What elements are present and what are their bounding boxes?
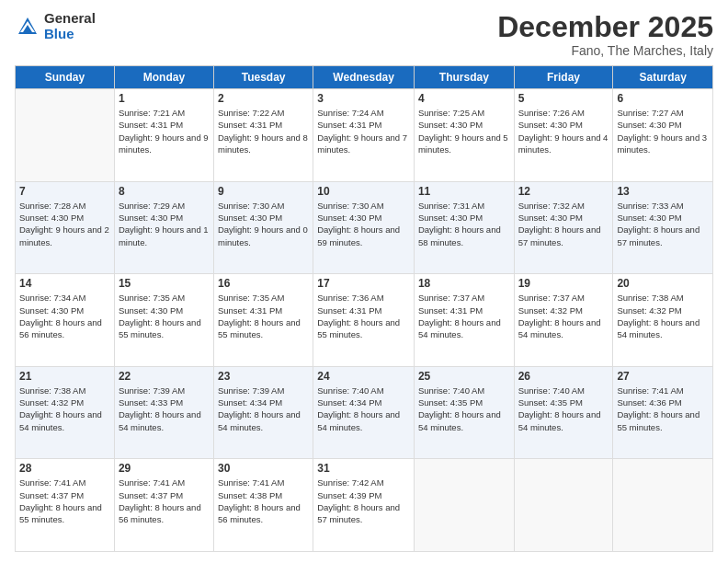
cell-sun-info: Sunrise: 7:35 AM Sunset: 4:30 PM Dayligh… bbox=[119, 292, 210, 340]
calendar-header-row: Sunday Monday Tuesday Wednesday Thursday… bbox=[16, 66, 713, 89]
cell-sun-info: Sunrise: 7:32 AM Sunset: 4:30 PM Dayligh… bbox=[518, 200, 609, 248]
cell-sun-info: Sunrise: 7:41 AM Sunset: 4:36 PM Dayligh… bbox=[617, 385, 709, 433]
table-row: 4Sunrise: 7:25 AM Sunset: 4:30 PM Daylig… bbox=[414, 89, 514, 182]
calendar-week-row: 7Sunrise: 7:28 AM Sunset: 4:30 PM Daylig… bbox=[16, 181, 713, 274]
col-tuesday: Tuesday bbox=[213, 66, 313, 89]
day-number: 18 bbox=[418, 277, 510, 290]
day-number: 5 bbox=[518, 92, 609, 105]
table-row bbox=[16, 89, 115, 182]
cell-sun-info: Sunrise: 7:33 AM Sunset: 4:30 PM Dayligh… bbox=[617, 200, 709, 248]
cell-sun-info: Sunrise: 7:40 AM Sunset: 4:35 PM Dayligh… bbox=[418, 385, 510, 433]
table-row: 30Sunrise: 7:41 AM Sunset: 4:38 PM Dayli… bbox=[213, 459, 313, 552]
calendar-week-row: 14Sunrise: 7:34 AM Sunset: 4:30 PM Dayli… bbox=[16, 274, 713, 367]
cell-sun-info: Sunrise: 7:37 AM Sunset: 4:31 PM Dayligh… bbox=[418, 292, 510, 340]
calendar-week-row: 28Sunrise: 7:41 AM Sunset: 4:37 PM Dayli… bbox=[16, 459, 713, 552]
table-row: 10Sunrise: 7:30 AM Sunset: 4:30 PM Dayli… bbox=[313, 181, 415, 274]
table-row: 27Sunrise: 7:41 AM Sunset: 4:36 PM Dayli… bbox=[613, 366, 713, 459]
cell-sun-info: Sunrise: 7:31 AM Sunset: 4:30 PM Dayligh… bbox=[418, 200, 510, 248]
day-number: 6 bbox=[617, 92, 709, 105]
table-row: 3Sunrise: 7:24 AM Sunset: 4:31 PM Daylig… bbox=[313, 89, 415, 182]
day-number: 27 bbox=[617, 370, 709, 383]
table-row: 25Sunrise: 7:40 AM Sunset: 4:35 PM Dayli… bbox=[414, 366, 514, 459]
cell-sun-info: Sunrise: 7:41 AM Sunset: 4:38 PM Dayligh… bbox=[218, 477, 309, 525]
table-row bbox=[414, 459, 514, 552]
cell-sun-info: Sunrise: 7:37 AM Sunset: 4:32 PM Dayligh… bbox=[518, 292, 609, 340]
location-subtitle: Fano, The Marches, Italy bbox=[497, 43, 713, 58]
logo-blue-text: Blue bbox=[44, 27, 96, 42]
day-number: 11 bbox=[418, 185, 510, 198]
cell-sun-info: Sunrise: 7:34 AM Sunset: 4:30 PM Dayligh… bbox=[19, 292, 110, 340]
day-number: 25 bbox=[418, 370, 510, 383]
logo: General Blue bbox=[15, 11, 96, 41]
col-saturday: Saturday bbox=[613, 66, 713, 89]
calendar-week-row: 21Sunrise: 7:38 AM Sunset: 4:32 PM Dayli… bbox=[16, 366, 713, 459]
cell-sun-info: Sunrise: 7:30 AM Sunset: 4:30 PM Dayligh… bbox=[317, 200, 410, 248]
day-number: 9 bbox=[218, 185, 309, 198]
cell-sun-info: Sunrise: 7:29 AM Sunset: 4:30 PM Dayligh… bbox=[119, 200, 210, 248]
day-number: 3 bbox=[317, 92, 410, 105]
day-number: 20 bbox=[617, 277, 709, 290]
calendar-table: Sunday Monday Tuesday Wednesday Thursday… bbox=[15, 65, 713, 552]
day-number: 16 bbox=[218, 277, 309, 290]
table-row: 22Sunrise: 7:39 AM Sunset: 4:33 PM Dayli… bbox=[114, 366, 213, 459]
table-row: 6Sunrise: 7:27 AM Sunset: 4:30 PM Daylig… bbox=[613, 89, 713, 182]
day-number: 14 bbox=[19, 277, 110, 290]
cell-sun-info: Sunrise: 7:27 AM Sunset: 4:30 PM Dayligh… bbox=[617, 107, 709, 155]
table-row: 31Sunrise: 7:42 AM Sunset: 4:39 PM Dayli… bbox=[313, 459, 415, 552]
table-row: 18Sunrise: 7:37 AM Sunset: 4:31 PM Dayli… bbox=[414, 274, 514, 367]
day-number: 1 bbox=[119, 92, 210, 105]
cell-sun-info: Sunrise: 7:35 AM Sunset: 4:31 PM Dayligh… bbox=[218, 292, 309, 340]
calendar-week-row: 1Sunrise: 7:21 AM Sunset: 4:31 PM Daylig… bbox=[16, 89, 713, 182]
table-row: 9Sunrise: 7:30 AM Sunset: 4:30 PM Daylig… bbox=[213, 181, 313, 274]
table-row: 20Sunrise: 7:38 AM Sunset: 4:32 PM Dayli… bbox=[613, 274, 713, 367]
logo-general-text: General bbox=[44, 11, 96, 27]
day-number: 30 bbox=[218, 462, 309, 475]
day-number: 8 bbox=[119, 185, 210, 198]
title-block: December 2025 Fano, The Marches, Italy bbox=[497, 11, 713, 58]
table-row: 8Sunrise: 7:29 AM Sunset: 4:30 PM Daylig… bbox=[114, 181, 213, 274]
table-row: 29Sunrise: 7:41 AM Sunset: 4:37 PM Dayli… bbox=[114, 459, 213, 552]
table-row: 2Sunrise: 7:22 AM Sunset: 4:31 PM Daylig… bbox=[213, 89, 313, 182]
day-number: 21 bbox=[19, 370, 110, 383]
day-number: 28 bbox=[19, 462, 110, 475]
table-row bbox=[514, 459, 613, 552]
table-row: 14Sunrise: 7:34 AM Sunset: 4:30 PM Dayli… bbox=[16, 274, 115, 367]
day-number: 19 bbox=[518, 277, 609, 290]
day-number: 17 bbox=[317, 277, 410, 290]
table-row: 24Sunrise: 7:40 AM Sunset: 4:34 PM Dayli… bbox=[313, 366, 415, 459]
cell-sun-info: Sunrise: 7:39 AM Sunset: 4:34 PM Dayligh… bbox=[218, 385, 309, 433]
cell-sun-info: Sunrise: 7:36 AM Sunset: 4:31 PM Dayligh… bbox=[317, 292, 410, 340]
col-sunday: Sunday bbox=[16, 66, 115, 89]
table-row: 28Sunrise: 7:41 AM Sunset: 4:37 PM Dayli… bbox=[16, 459, 115, 552]
col-monday: Monday bbox=[114, 66, 213, 89]
day-number: 29 bbox=[119, 462, 210, 475]
cell-sun-info: Sunrise: 7:39 AM Sunset: 4:33 PM Dayligh… bbox=[119, 385, 210, 433]
day-number: 2 bbox=[218, 92, 309, 105]
day-number: 22 bbox=[119, 370, 210, 383]
cell-sun-info: Sunrise: 7:22 AM Sunset: 4:31 PM Dayligh… bbox=[218, 107, 309, 155]
day-number: 12 bbox=[518, 185, 609, 198]
cell-sun-info: Sunrise: 7:25 AM Sunset: 4:30 PM Dayligh… bbox=[418, 107, 510, 155]
day-number: 7 bbox=[19, 185, 110, 198]
col-thursday: Thursday bbox=[414, 66, 514, 89]
table-row: 16Sunrise: 7:35 AM Sunset: 4:31 PM Dayli… bbox=[213, 274, 313, 367]
cell-sun-info: Sunrise: 7:21 AM Sunset: 4:31 PM Dayligh… bbox=[119, 107, 210, 155]
day-number: 26 bbox=[518, 370, 609, 383]
table-row: 21Sunrise: 7:38 AM Sunset: 4:32 PM Dayli… bbox=[16, 366, 115, 459]
col-friday: Friday bbox=[514, 66, 613, 89]
cell-sun-info: Sunrise: 7:40 AM Sunset: 4:35 PM Dayligh… bbox=[518, 385, 609, 433]
cell-sun-info: Sunrise: 7:42 AM Sunset: 4:39 PM Dayligh… bbox=[317, 477, 410, 525]
page-header: General Blue December 2025 Fano, The Mar… bbox=[15, 11, 713, 58]
day-number: 23 bbox=[218, 370, 309, 383]
day-number: 13 bbox=[617, 185, 709, 198]
table-row: 5Sunrise: 7:26 AM Sunset: 4:30 PM Daylig… bbox=[514, 89, 613, 182]
cell-sun-info: Sunrise: 7:28 AM Sunset: 4:30 PM Dayligh… bbox=[19, 200, 110, 248]
cell-sun-info: Sunrise: 7:41 AM Sunset: 4:37 PM Dayligh… bbox=[119, 477, 210, 525]
table-row: 17Sunrise: 7:36 AM Sunset: 4:31 PM Dayli… bbox=[313, 274, 415, 367]
table-row: 26Sunrise: 7:40 AM Sunset: 4:35 PM Dayli… bbox=[514, 366, 613, 459]
table-row: 7Sunrise: 7:28 AM Sunset: 4:30 PM Daylig… bbox=[16, 181, 115, 274]
month-title: December 2025 bbox=[497, 11, 713, 43]
cell-sun-info: Sunrise: 7:26 AM Sunset: 4:30 PM Dayligh… bbox=[518, 107, 609, 155]
cell-sun-info: Sunrise: 7:38 AM Sunset: 4:32 PM Dayligh… bbox=[19, 385, 110, 433]
cell-sun-info: Sunrise: 7:24 AM Sunset: 4:31 PM Dayligh… bbox=[317, 107, 410, 155]
